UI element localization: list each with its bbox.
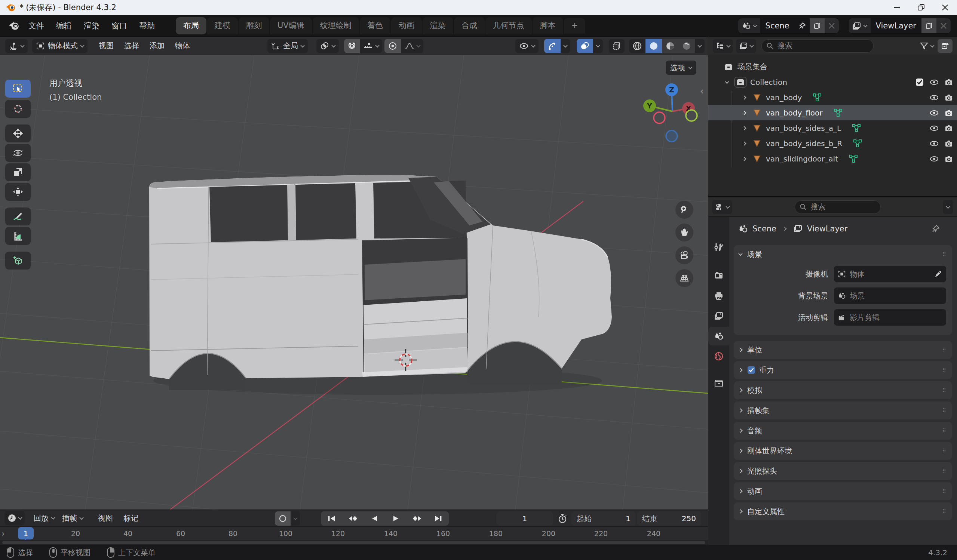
current-frame-field[interactable]: 1: [496, 511, 553, 525]
hide-eye-icon[interactable]: [929, 93, 939, 102]
viewlayer-browse-icon[interactable]: [848, 18, 871, 33]
workspace-tab-uv[interactable]: UV编辑: [270, 17, 312, 35]
tool-move[interactable]: [5, 125, 31, 142]
menu-file[interactable]: 文件: [22, 18, 50, 33]
timeline-ruler[interactable]: › 20 40 60 80 100 120 140 160 180 200 22…: [0, 527, 708, 540]
workspace-tab-modeling[interactable]: 建模: [207, 17, 238, 35]
jump-to-start-button[interactable]: [321, 511, 342, 525]
section-custom-properties[interactable]: 自定义属性⠿: [734, 502, 952, 521]
panel-grip-icon[interactable]: ⠿: [943, 251, 947, 257]
transform-orientation-dropdown[interactable]: 全局: [267, 39, 308, 53]
close-button[interactable]: [933, 0, 957, 15]
properties-options-button[interactable]: [943, 200, 953, 214]
pivot-point-dropdown[interactable]: [316, 39, 339, 53]
menu-object[interactable]: 物体: [170, 38, 195, 53]
expand-arrow-icon[interactable]: [725, 79, 729, 84]
new-viewlayer-icon[interactable]: [921, 18, 936, 33]
workspace-tab-add[interactable]: +: [564, 18, 586, 34]
tab-scene[interactable]: [708, 327, 729, 345]
tab-view-layer[interactable]: [708, 306, 729, 325]
menu-keying[interactable]: 插帧: [58, 511, 87, 525]
menu-markers[interactable]: 标记: [118, 511, 144, 525]
maximize-button[interactable]: [909, 0, 933, 15]
camera-visibility-icon[interactable]: [944, 93, 953, 102]
tab-output[interactable]: [708, 286, 729, 305]
jump-to-end-button[interactable]: [428, 511, 449, 525]
section-units[interactable]: 单位⠿: [734, 341, 952, 359]
auto-key-toggle-icon[interactable]: [275, 511, 291, 525]
camera-visibility-icon[interactable]: [944, 124, 953, 133]
object-visibility-dropdown[interactable]: [515, 39, 539, 53]
minimize-button[interactable]: [885, 0, 909, 15]
hide-eye-icon[interactable]: [929, 139, 939, 148]
camera-visibility-icon[interactable]: [944, 78, 953, 86]
workspace-tab-scripting[interactable]: 脚本: [532, 17, 563, 35]
gizmo-dropdown[interactable]: [561, 39, 570, 53]
shading-wireframe-icon[interactable]: [629, 39, 646, 53]
region-expand-icon[interactable]: ›: [2, 529, 5, 538]
camera-view-icon[interactable]: [675, 246, 693, 264]
hide-eye-icon[interactable]: [929, 155, 939, 163]
menu-window[interactable]: 窗口: [106, 18, 133, 33]
background-scene-field[interactable]: 场景: [834, 287, 946, 304]
shading-dropdown[interactable]: [695, 39, 704, 53]
hide-eye-icon[interactable]: [929, 109, 939, 117]
orthographic-toggle-icon[interactable]: [675, 269, 693, 287]
hide-eye-icon[interactable]: [929, 124, 939, 133]
viewlayer-selector[interactable]: ViewLayer: [848, 18, 951, 34]
proportional-falloff-dropdown[interactable]: [401, 39, 423, 53]
menu-playback[interactable]: 回放: [30, 511, 58, 525]
properties-editor-type-button[interactable]: [712, 200, 732, 214]
unlink-scene-icon[interactable]: [824, 18, 839, 33]
pan-view-icon[interactable]: [675, 224, 693, 241]
pin-id-icon[interactable]: [931, 224, 940, 233]
workspace-tab-animation[interactable]: 动画: [391, 17, 422, 35]
section-animation[interactable]: 动画⠿: [734, 482, 952, 500]
menu-render[interactable]: 渲染: [78, 18, 106, 33]
tool-measure[interactable]: [5, 227, 31, 245]
scene-selector[interactable]: Scene: [738, 18, 839, 34]
workspace-tab-compositing[interactable]: 合成: [454, 17, 485, 35]
workspace-tab-geometrynodes[interactable]: 几何节点: [485, 17, 532, 35]
pin-scene-icon[interactable]: [795, 18, 810, 33]
section-light-probes[interactable]: 光照探头⠿: [734, 462, 952, 480]
mode-dropdown[interactable]: 物体模式: [32, 39, 87, 53]
camera-visibility-icon[interactable]: [944, 139, 953, 148]
play-reverse-button[interactable]: [363, 511, 385, 525]
outliner-row-scene-collection[interactable]: 场景集合: [708, 59, 957, 74]
workspace-tab-rendering[interactable]: 渲染: [423, 17, 453, 35]
tool-cursor[interactable]: [5, 100, 31, 118]
van-model[interactable]: [149, 175, 612, 390]
snap-toggle-magnet-icon[interactable]: [344, 39, 360, 53]
expand-arrow-icon[interactable]: [742, 95, 746, 99]
use-preview-range-stopwatch-icon[interactable]: [557, 513, 568, 524]
timeline-editor-type-button[interactable]: [5, 511, 25, 525]
blender-app-menu-icon[interactable]: [8, 21, 19, 31]
eyedropper-icon[interactable]: [934, 270, 943, 278]
tab-world[interactable]: [708, 347, 729, 366]
tab-object[interactable]: [708, 374, 729, 393]
breadcrumb-scene[interactable]: Scene: [752, 224, 776, 233]
outliner-row-object[interactable]: van_body_sides_b_R: [708, 136, 957, 151]
expand-arrow-icon[interactable]: [742, 126, 746, 130]
menu-view[interactable]: 视图: [93, 38, 119, 53]
menu-edit[interactable]: 编辑: [50, 18, 78, 33]
tool-add-cube[interactable]: [5, 252, 31, 270]
tab-tool[interactable]: [708, 238, 729, 256]
shading-material-icon[interactable]: [662, 39, 678, 53]
section-rigid-body-world[interactable]: 刚体世界环境⠿: [734, 442, 952, 460]
outliner-row-object-selected[interactable]: van_body_floor: [708, 105, 957, 120]
menu-select[interactable]: 选择: [119, 38, 144, 53]
scene-name[interactable]: Scene: [760, 18, 795, 33]
hide-eye-icon[interactable]: [929, 78, 939, 86]
collection-checkbox[interactable]: [915, 78, 924, 87]
tab-render[interactable]: [708, 266, 729, 285]
navigation-gizmo[interactable]: Z X Y: [642, 78, 705, 145]
viewport-3d[interactable]: 用户透视 (1) Collection 选项 ‹ Z X Y: [0, 55, 708, 510]
zoom-view-icon[interactable]: [675, 201, 693, 219]
expand-arrow-icon[interactable]: [742, 110, 746, 115]
outliner-row-collection[interactable]: Collection: [708, 74, 957, 90]
active-clip-field[interactable]: 影片剪辑: [834, 309, 946, 326]
camera-field[interactable]: 物体: [834, 266, 946, 282]
options-button[interactable]: 选项: [666, 61, 696, 75]
